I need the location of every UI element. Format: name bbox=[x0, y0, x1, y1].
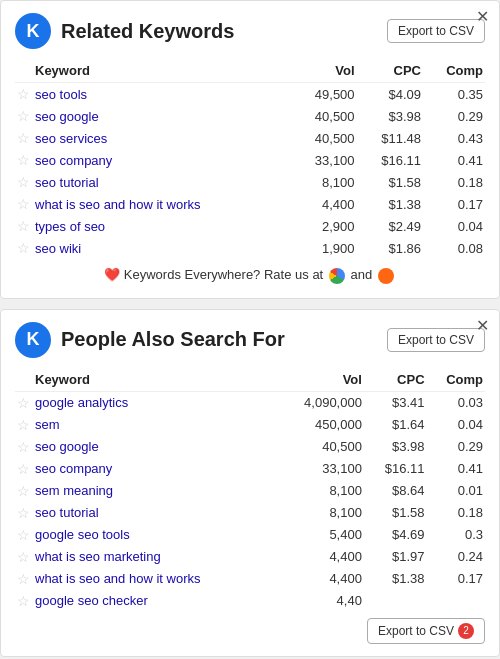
col-comp-2: Comp bbox=[427, 368, 485, 392]
star-icon[interactable]: ☆ bbox=[15, 546, 33, 568]
cpc-cell: $11.48 bbox=[357, 127, 423, 149]
cpc-cell: $1.86 bbox=[357, 237, 423, 259]
keyword-cell[interactable]: sem bbox=[33, 414, 275, 436]
vol-cell: 8,100 bbox=[275, 502, 363, 524]
table-row: ☆ types of seo 2,900 $2.49 0.04 bbox=[15, 215, 485, 237]
cpc-cell: $16.11 bbox=[364, 458, 427, 480]
widget1-title: Related Keywords bbox=[61, 20, 234, 43]
vol-cell: 4,40 bbox=[275, 590, 363, 612]
table-row: ☆ sem 450,000 $1.64 0.04 bbox=[15, 414, 485, 436]
comp-cell: 0.41 bbox=[427, 458, 485, 480]
table-row: ☆ seo company 33,100 $16.11 0.41 bbox=[15, 149, 485, 171]
star-icon[interactable]: ☆ bbox=[15, 171, 33, 193]
comp-cell: 0.24 bbox=[427, 546, 485, 568]
star-icon[interactable]: ☆ bbox=[15, 215, 33, 237]
keyword-cell[interactable]: seo wiki bbox=[33, 237, 290, 259]
export-csv-button-2[interactable]: Export to CSV bbox=[387, 328, 485, 352]
vol-cell: 8,100 bbox=[275, 480, 363, 502]
table-row: ☆ seo services 40,500 $11.48 0.43 bbox=[15, 127, 485, 149]
comp-cell: 0.29 bbox=[423, 105, 485, 127]
comp-cell: 0.03 bbox=[427, 391, 485, 414]
star-icon[interactable]: ☆ bbox=[15, 590, 33, 612]
keyword-cell[interactable]: google seo checker bbox=[33, 590, 275, 612]
comp-cell: 0.04 bbox=[427, 414, 485, 436]
col-star bbox=[15, 59, 33, 83]
keyword-cell[interactable]: types of seo bbox=[33, 215, 290, 237]
comp-cell: 0.35 bbox=[423, 83, 485, 106]
cpc-cell: $1.58 bbox=[357, 171, 423, 193]
table-header-row: Keyword Vol CPC Comp bbox=[15, 59, 485, 83]
star-icon[interactable]: ☆ bbox=[15, 105, 33, 127]
vol-cell: 4,090,000 bbox=[275, 391, 363, 414]
comp-cell: 0.41 bbox=[423, 149, 485, 171]
keyword-cell[interactable]: seo tutorial bbox=[33, 502, 275, 524]
keyword-cell[interactable]: seo services bbox=[33, 127, 290, 149]
keyword-cell[interactable]: what is seo and how it works bbox=[33, 568, 275, 590]
close-button-2[interactable]: ✕ bbox=[476, 318, 489, 334]
keyword-cell[interactable]: seo google bbox=[33, 105, 290, 127]
comp-cell bbox=[427, 590, 485, 612]
star-icon[interactable]: ☆ bbox=[15, 237, 33, 259]
keyword-cell[interactable]: seo tutorial bbox=[33, 171, 290, 193]
keyword-cell[interactable]: what is seo marketing bbox=[33, 546, 275, 568]
star-icon[interactable]: ☆ bbox=[15, 524, 33, 546]
table-row: ☆ google seo checker 4,40 bbox=[15, 590, 485, 612]
people-also-search-widget: ✕ K People Also Search For Export to CSV… bbox=[0, 309, 500, 657]
table-header-row-2: Keyword Vol CPC Comp bbox=[15, 368, 485, 392]
keyword-cell[interactable]: seo company bbox=[33, 458, 275, 480]
col-cpc: CPC bbox=[357, 59, 423, 83]
star-icon[interactable]: ☆ bbox=[15, 127, 33, 149]
table-row: ☆ seo tutorial 8,100 $1.58 0.18 bbox=[15, 502, 485, 524]
export-csv-button-1[interactable]: Export to CSV bbox=[387, 19, 485, 43]
vol-cell: 450,000 bbox=[275, 414, 363, 436]
cpc-cell: $4.09 bbox=[357, 83, 423, 106]
close-button-1[interactable]: ✕ bbox=[476, 9, 489, 25]
people-also-search-table: Keyword Vol CPC Comp ☆ google analytics … bbox=[15, 368, 485, 612]
vol-cell: 4,400 bbox=[275, 568, 363, 590]
keyword-cell[interactable]: google seo tools bbox=[33, 524, 275, 546]
table-row: ☆ seo tools 49,500 $4.09 0.35 bbox=[15, 83, 485, 106]
keyword-cell[interactable]: seo company bbox=[33, 149, 290, 171]
comp-cell: 0.17 bbox=[423, 193, 485, 215]
comp-cell: 0.3 bbox=[427, 524, 485, 546]
table-row: ☆ what is seo and how it works 4,400 $1.… bbox=[15, 568, 485, 590]
widget1-header: K Related Keywords Export to CSV bbox=[15, 13, 485, 49]
table-row: ☆ google analytics 4,090,000 $3.41 0.03 bbox=[15, 391, 485, 414]
star-icon[interactable]: ☆ bbox=[15, 83, 33, 106]
vol-cell: 4,400 bbox=[290, 193, 356, 215]
star-icon[interactable]: ☆ bbox=[15, 391, 33, 414]
star-icon[interactable]: ☆ bbox=[15, 458, 33, 480]
keyword-cell[interactable]: seo tools bbox=[33, 83, 290, 106]
cpc-cell: $3.98 bbox=[357, 105, 423, 127]
star-icon[interactable]: ☆ bbox=[15, 436, 33, 458]
keyword-cell[interactable]: what is seo and how it works bbox=[33, 193, 290, 215]
star-icon[interactable]: ☆ bbox=[15, 480, 33, 502]
star-icon[interactable]: ☆ bbox=[15, 193, 33, 215]
table-row: ☆ seo company 33,100 $16.11 0.41 bbox=[15, 458, 485, 480]
star-icon[interactable]: ☆ bbox=[15, 502, 33, 524]
cpc-cell: $1.58 bbox=[364, 502, 427, 524]
vol-cell: 2,900 bbox=[290, 215, 356, 237]
star-icon[interactable]: ☆ bbox=[15, 414, 33, 436]
firefox-icon bbox=[378, 268, 394, 284]
keyword-cell[interactable]: sem meaning bbox=[33, 480, 275, 502]
vol-cell: 49,500 bbox=[290, 83, 356, 106]
table-row: ☆ seo tutorial 8,100 $1.58 0.18 bbox=[15, 171, 485, 193]
cpc-cell: $3.41 bbox=[364, 391, 427, 414]
keyword-cell[interactable]: google analytics bbox=[33, 391, 275, 414]
table-row: ☆ what is seo and how it works 4,400 $1.… bbox=[15, 193, 485, 215]
star-icon[interactable]: ☆ bbox=[15, 568, 33, 590]
cpc-cell: $2.49 bbox=[357, 215, 423, 237]
cpc-cell: $8.64 bbox=[364, 480, 427, 502]
col-cpc-2: CPC bbox=[364, 368, 427, 392]
col-star-2 bbox=[15, 368, 33, 392]
comp-cell: 0.04 bbox=[423, 215, 485, 237]
star-icon[interactable]: ☆ bbox=[15, 149, 33, 171]
vol-cell: 8,100 bbox=[290, 171, 356, 193]
export-csv-bottom-button[interactable]: Export to CSV 2 bbox=[367, 618, 485, 644]
vol-cell: 40,500 bbox=[290, 105, 356, 127]
widget2-title: People Also Search For bbox=[61, 328, 285, 351]
keyword-cell[interactable]: seo google bbox=[33, 436, 275, 458]
col-vol: Vol bbox=[290, 59, 356, 83]
table-row: ☆ sem meaning 8,100 $8.64 0.01 bbox=[15, 480, 485, 502]
